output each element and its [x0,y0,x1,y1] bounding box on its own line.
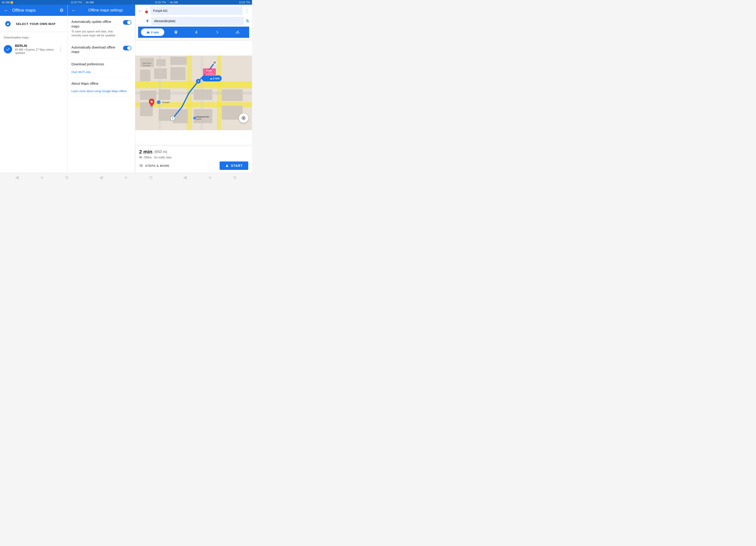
home-nav-icon-2[interactable]: ○ [124,175,128,180]
panel2-title: Offline maps settings [80,8,131,12]
status-right-1: 12:33 77% [71,1,82,4]
recent-nav-icon-3[interactable]: □ [233,175,237,180]
origin-input[interactable] [150,7,243,15]
panel2-body: Automatically update offline maps To sav… [68,16,135,173]
svg-point-32 [151,101,153,103]
auto-update-toggle[interactable] [123,20,131,25]
carrier-2: No SIM [86,1,94,4]
download-prefs-link[interactable]: Over Wi-Fi only [71,70,91,74]
transport-tab-rideshare[interactable] [207,28,227,37]
back-nav-icon-1[interactable]: ◁ [15,175,19,180]
map-item-berlin[interactable]: BERLIN 65 MB • Expires 27 May unless upd… [0,41,67,57]
panel-offline-settings: ← Offline maps settings Automatically up… [68,5,135,173]
status-right-2: 12:33 77% [155,1,166,4]
car-tab-label: 2 min [151,31,159,34]
status-bars: No SIM 📶 12:33 77% No SIM 12:33 77% No S… [0,0,252,5]
transport-tab-cycle[interactable] [228,28,247,37]
recent-nav-icon-2[interactable]: □ [149,175,153,180]
about-offline-link[interactable]: Learn more about using Google Maps offli… [71,90,127,93]
status-left-2: No SIM [86,1,94,4]
route-bottom-panel: 2 min (650 m) Offline · No traffic data … [135,146,252,173]
carrier-1: No SIM [2,1,10,4]
setting-auto-download-title: Automatically download offline maps [71,45,120,54]
downloaded-maps-title: Downloaded maps [0,32,67,41]
recent-nav-icon-1[interactable]: □ [65,175,69,180]
more-options-button[interactable]: ⋮ [245,8,249,14]
start-navigation-button[interactable]: START [220,161,248,170]
swap-directions-icon[interactable]: ⇅ [246,18,249,24]
bottom-actions: STEPS & MORE START [139,161,248,170]
svg-text:ONE80°: ONE80° [206,70,212,72]
panel2-header: ← Offline maps settings [68,5,135,16]
panel-navigation: ← ⋮ ⇅ [135,5,252,173]
status-bar-2: No SIM 12:33 77% [84,0,168,5]
steps-more-button[interactable]: STEPS & MORE [139,164,217,168]
svg-rect-3 [170,57,187,65]
svg-rect-19 [222,89,243,101]
map-meta: 65 MB • Expires 27 May unless updated [15,48,55,55]
svg-rect-6 [170,67,185,80]
map-name: BERLIN [15,44,55,48]
home-nav-icon-3[interactable]: ○ [208,175,212,180]
steps-icon [139,164,143,168]
transport-tab-transit[interactable] [166,28,186,37]
select-map-row[interactable]: SELECT YOUR OWN MAP [0,16,67,32]
back-nav-icon-3[interactable]: ◁ [183,175,187,180]
setting-auto-download-text: Automatically download offline maps [71,45,120,54]
back-button-panel1[interactable]: ← [4,8,8,13]
back-nav-icon-2[interactable]: ◁ [99,175,103,180]
svg-point-24 [213,61,216,64]
back-button-panel2[interactable]: ← [71,8,76,13]
auto-download-toggle[interactable] [123,46,131,50]
destination-input[interactable] [151,17,244,25]
about-offline-title: About Maps offline [71,81,98,86]
download-prefs-title: Download preferences [71,62,104,67]
select-map-label: SELECT YOUR OWN MAP [16,22,56,26]
bottom-nav-2: ◁ ○ □ [84,173,168,182]
battery-2: 77% [161,1,166,4]
navigation-icon [225,164,229,168]
setting-auto-download: Automatically download offline maps [71,42,131,58]
svg-text:Shopping Centre: Shopping Centre [196,116,209,118]
status-right-3: 12:34 77% [239,1,250,4]
panel1-header: ← Offline maps ⚙ [0,5,67,16]
bottom-nav-3: ◁ ○ □ [168,173,252,182]
setting-auto-update-text: Automatically update offline maps To sav… [71,20,120,38]
transport-tab-walk[interactable] [187,28,206,37]
svg-text:1: 1 [172,117,173,120]
setting-auto-update: Automatically update offline maps To sav… [71,16,131,42]
setting-auto-update-title: Automatically update offline maps [71,20,120,29]
panel1-title: Offline maps [12,8,56,13]
bottom-nav-1: ◁ ○ □ [0,173,84,182]
route-status-text: Offline · No traffic data [144,156,171,159]
svg-point-40 [193,117,196,119]
svg-rect-16 [194,89,212,100]
time-2: 12:33 [155,1,161,4]
svg-text:☁ 2 min: ☁ 2 min [210,77,220,80]
svg-text:Primark: Primark [162,101,169,104]
setting-auto-update-desc: To save you space and data, only recentl… [71,30,120,38]
back-button-panel3[interactable]: ← [138,8,143,14]
battery-1: 77% [77,1,82,4]
battery-3: 77% [245,1,250,4]
nav-bottom-row: ⇅ [138,17,249,25]
nav-top-row: ← ⋮ [138,7,249,15]
steps-label: STEPS & MORE [145,164,169,168]
status-bar-3: No SIM 12:34 77% [168,0,252,5]
svg-point-29 [157,100,161,104]
setting-about-offline[interactable]: About Maps offline Learn more about usin… [71,78,131,97]
settings-icon-panel1[interactable]: ⚙ [59,7,64,13]
transport-tab-car[interactable]: 2 min [141,28,164,36]
map-area: 2 1 Primark ONE80° Hostel Berlin Steak h… [135,40,252,146]
setting-download-prefs[interactable]: Download preferences Over Wi-Fi only [71,58,131,78]
map-item-more-button[interactable]: ⋮ [58,46,64,53]
panel3-header: ← ⋮ ⇅ [135,5,252,40]
svg-rect-4 [140,70,150,81]
time-1: 12:33 [71,1,77,4]
home-nav-icon-1[interactable]: ○ [40,175,44,180]
main-panels: ← Offline maps ⚙ SELECT YOUR OWN MAP Dow… [0,5,252,173]
download-icon [4,20,12,28]
svg-rect-14 [140,91,156,100]
my-location-button[interactable] [239,113,248,123]
route-distance: (650 m) [154,150,167,154]
